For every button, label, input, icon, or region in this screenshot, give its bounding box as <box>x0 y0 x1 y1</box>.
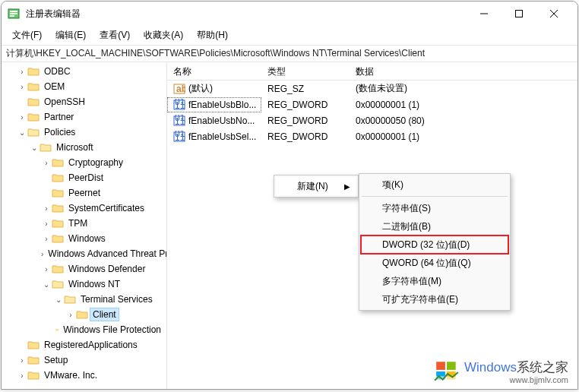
menu-view[interactable]: 查看(V) <box>93 27 136 44</box>
tree-toggle-icon[interactable]: › <box>17 83 27 91</box>
ctx-item-6[interactable]: 可扩充字符串值(E) <box>361 290 508 308</box>
value-type: REG_DWORD <box>261 130 350 144</box>
context-submenu[interactable]: 项(K)字符串值(S)二进制值(B)DWORD (32 位)值(D)QWORD … <box>359 173 511 311</box>
column-name[interactable]: 名称 <box>167 62 261 80</box>
tree-item-policies[interactable]: ⌄Policies <box>2 125 166 140</box>
tree-item-windows-defender[interactable]: ›Windows Defender <box>2 261 166 277</box>
svg-text:110: 110 <box>175 100 185 111</box>
registry-editor-window: 注册表编辑器 文件(F) 编辑(E) 查看(V) 收藏夹(A) 帮助(H) 计算… <box>1 1 578 390</box>
ctx-item-4[interactable]: QWORD (64 位)值(Q) <box>361 254 508 272</box>
tree-label: Windows Advanced Threat Protection <box>46 248 167 260</box>
value-type: REG_DWORD <box>261 114 350 128</box>
value-row[interactable]: ab(默认)REG_SZ(数值未设置) <box>167 81 577 96</box>
ctx-item-3[interactable]: DWORD (32 位)值(D) <box>361 236 508 254</box>
ctx-new[interactable]: 新建(N) ▶ <box>276 177 356 195</box>
tree-item-client[interactable]: ›Client <box>2 307 166 322</box>
tree-pane[interactable]: ›ODBC›OEMOpenSSH›Partner⌄Policies⌄Micros… <box>2 62 167 389</box>
content-area: ›ODBC›OEMOpenSSH›Partner⌄Policies⌄Micros… <box>2 62 577 389</box>
value-type: REG_SZ <box>261 82 350 96</box>
minimize-button[interactable] <box>467 2 501 25</box>
tree-label: Terminal Services <box>78 293 155 305</box>
value-row[interactable]: 011110fEnableUsbBlo...REG_DWORD0x0000000… <box>167 96 577 112</box>
tree-label: Setup <box>42 354 70 366</box>
ctx-item-2[interactable]: 二进制值(B) <box>361 217 508 236</box>
ctx-item-label: DWORD (32 位)值(D) <box>382 239 470 251</box>
tree-label: SystemCertificates <box>66 202 147 214</box>
svg-rect-3 <box>10 15 14 17</box>
tree-item-windows-file-protection[interactable]: Windows File Protection <box>2 322 166 337</box>
tree-label: OEM <box>42 81 67 93</box>
tree-toggle-icon[interactable]: › <box>17 68 27 76</box>
tree-item-registeredapplications[interactable]: RegisteredApplications <box>2 337 166 352</box>
tree-label: VMware. Inc. <box>42 369 100 381</box>
ctx-item-0[interactable]: 项(K) <box>361 175 508 194</box>
ctx-item-1[interactable]: 字符串值(S) <box>361 199 508 217</box>
app-icon <box>8 8 20 20</box>
value-row[interactable]: 011110fEnableUsbNo...REG_DWORD0x00000050… <box>167 112 577 128</box>
tree-item-odbc[interactable]: ›ODBC <box>2 64 166 79</box>
list-pane[interactable]: 名称 类型 数据 ab(默认)REG_SZ(数值未设置)011110fEnabl… <box>167 62 577 389</box>
column-type[interactable]: 类型 <box>261 62 350 80</box>
tree-label: Windows <box>66 232 108 245</box>
tree-toggle-icon[interactable]: › <box>65 311 76 319</box>
menubar: 文件(F) 编辑(E) 查看(V) 收藏夹(A) 帮助(H) <box>2 26 577 46</box>
tree-toggle-icon[interactable]: ⌄ <box>41 280 52 289</box>
tree-label: Policies <box>42 126 78 138</box>
tree-label: OpenSSH <box>42 96 87 108</box>
value-name: 011110fEnableUsbNo... <box>167 113 261 128</box>
list-header: 名称 类型 数据 <box>167 62 577 81</box>
svg-text:110: 110 <box>175 132 185 143</box>
tree-label: Microsoft <box>54 141 96 153</box>
tree-label: ODBC <box>42 65 73 77</box>
ctx-item-5[interactable]: 多字符串值(M) <box>361 272 508 290</box>
tree-item-oem[interactable]: ›OEM <box>2 79 166 94</box>
value-row[interactable]: 011110fEnableUsbSel...REG_DWORD0x0000000… <box>167 128 577 144</box>
tree-item-terminal-services[interactable]: ⌄Terminal Services <box>2 292 166 307</box>
tree-item-windows-nt[interactable]: ⌄Windows NT <box>2 277 166 292</box>
address-bar[interactable]: 计算机\HKEY_LOCAL_MACHINE\SOFTWARE\Policies… <box>2 46 577 62</box>
tree-toggle-icon[interactable]: › <box>41 220 52 228</box>
close-button[interactable] <box>536 2 571 25</box>
column-data[interactable]: 数据 <box>350 62 577 80</box>
tree-toggle-icon[interactable]: › <box>17 356 27 365</box>
tree-toggle-icon[interactable]: › <box>17 113 27 122</box>
svg-rect-5 <box>516 11 523 17</box>
maximize-button[interactable] <box>501 2 536 25</box>
tree-toggle-icon[interactable]: › <box>41 265 52 273</box>
tree-label: Cryptography <box>66 156 125 169</box>
ctx-item-label: 二进制值(B) <box>382 220 431 233</box>
titlebar[interactable]: 注册表编辑器 <box>2 2 577 26</box>
tree-toggle-icon[interactable]: ⌄ <box>29 144 40 152</box>
menu-favorites[interactable]: 收藏夹(A) <box>138 27 189 44</box>
menu-edit[interactable]: 编辑(E) <box>49 27 92 44</box>
svg-text:ab: ab <box>176 84 185 94</box>
tree-item-windows-advanced-threat-protection[interactable]: ›Windows Advanced Threat Protection <box>2 246 166 261</box>
tree-item-partner[interactable]: ›Partner <box>2 109 166 125</box>
ctx-separator <box>362 196 508 197</box>
tree-item-systemcertificates[interactable]: ›SystemCertificates <box>2 201 166 216</box>
tree-toggle-icon[interactable]: ⌄ <box>53 296 64 304</box>
tree-toggle-icon[interactable]: › <box>41 250 43 258</box>
tree-item-windows[interactable]: ›Windows <box>2 231 166 246</box>
tree-toggle-icon[interactable]: › <box>17 371 27 380</box>
tree-toggle-icon[interactable]: › <box>41 204 52 213</box>
tree-item-openssh[interactable]: OpenSSH <box>2 94 166 109</box>
value-type: REG_DWORD <box>261 98 350 112</box>
menu-help[interactable]: 帮助(H) <box>191 27 234 44</box>
tree-item-vmware-inc-[interactable]: ›VMware. Inc. <box>2 368 166 383</box>
tree-item-microsoft[interactable]: ⌄Microsoft <box>2 140 166 155</box>
tree-item-peernet[interactable]: Peernet <box>2 185 166 201</box>
menu-file[interactable]: 文件(F) <box>6 27 48 44</box>
tree-toggle-icon[interactable]: › <box>41 235 52 243</box>
value-data: 0x00000001 (1) <box>350 130 577 144</box>
tree-toggle-icon[interactable]: › <box>41 159 52 167</box>
window-title: 注册表编辑器 <box>26 8 467 21</box>
tree-item-peerdist[interactable]: PeerDist <box>2 170 166 185</box>
tree-item-cryptography[interactable]: ›Cryptography <box>2 155 166 170</box>
context-menu-new[interactable]: 新建(N) ▶ <box>274 175 359 198</box>
tree-label: Windows Defender <box>66 263 147 275</box>
tree-toggle-icon[interactable]: ⌄ <box>17 128 27 137</box>
tree-item-setup[interactable]: ›Setup <box>2 352 166 368</box>
tree-item-tpm[interactable]: ›TPM <box>2 216 166 231</box>
submenu-arrow-icon: ▶ <box>344 182 350 191</box>
